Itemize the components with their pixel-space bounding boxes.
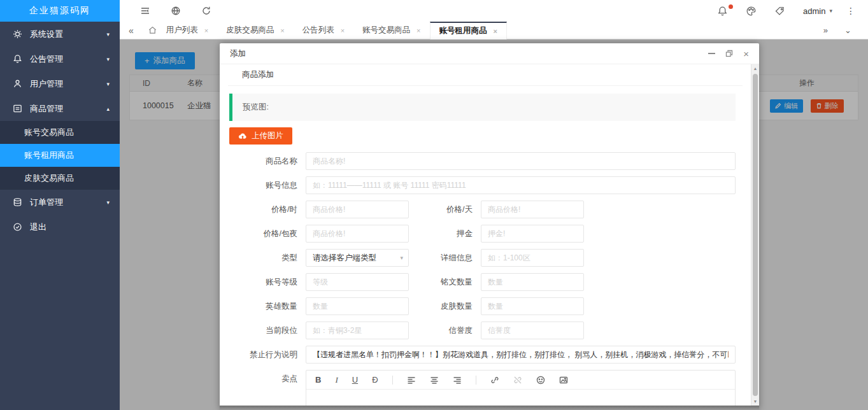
sidebar-item-announcements[interactable]: 公告管理 ▾: [0, 46, 120, 71]
tab-skin-trade[interactable]: 皮肤交易商品 ×: [217, 22, 293, 39]
tab-account-trade[interactable]: 账号交易商品 ×: [353, 22, 429, 39]
sidebar-item-logout[interactable]: 退出: [0, 215, 120, 239]
close-icon[interactable]: ×: [743, 48, 749, 59]
app-window: 企业猫源码网 系统设置 ▾ 公告管理 ▾ 用户管理 ▾: [0, 0, 868, 410]
close-icon[interactable]: ×: [416, 27, 420, 34]
align-left-icon[interactable]: [407, 374, 416, 386]
scroll-up-icon[interactable]: ▲: [751, 66, 759, 71]
field-label: 价格/包夜: [220, 225, 297, 243]
tab-announcement-list[interactable]: 公告列表 ×: [294, 22, 353, 39]
globe-icon[interactable]: [171, 6, 181, 16]
price-hour-input[interactable]: [306, 201, 409, 218]
editor-content-area[interactable]: [306, 390, 735, 406]
tag-icon[interactable]: [774, 6, 785, 17]
tabs-scroll-right-icon[interactable]: »: [823, 25, 828, 35]
field-label: 英雄数量: [220, 297, 297, 315]
sidebar-item-system-settings[interactable]: 系统设置 ▾: [0, 22, 120, 46]
sidebar-item-label: 公告管理: [30, 53, 63, 65]
chevron-down-icon: ▾: [400, 250, 403, 266]
client-type-select[interactable]: 请选择客户端类型 ▾: [306, 249, 409, 267]
toolbar-divider: [392, 376, 393, 385]
price-day-input[interactable]: [481, 201, 584, 218]
underline-icon[interactable]: U: [352, 374, 358, 386]
tab-account-rent[interactable]: 账号租用商品 ×: [430, 22, 507, 39]
theme-palette-icon[interactable]: [746, 6, 757, 17]
tabs-menu-icon[interactable]: ⌄: [844, 25, 851, 35]
scrollbar-thumb[interactable]: [753, 74, 758, 396]
sidebar-subitem-account-rent[interactable]: 账号租用商品: [0, 144, 120, 167]
upload-label: 上传图片: [252, 131, 283, 141]
tab-label: 用户列表: [166, 25, 198, 36]
link-icon[interactable]: [490, 374, 499, 386]
home-tab-icon[interactable]: [148, 25, 157, 35]
refresh-icon[interactable]: [201, 6, 211, 16]
inscription-count-input[interactable]: [481, 273, 584, 291]
admin-dropdown[interactable]: admin ▾: [803, 6, 832, 16]
horizontal-scrollbar[interactable]: [220, 406, 759, 410]
product-form: 商品名称 账号信息 价格/时 价格/天 价格/包夜 押金: [220, 152, 751, 406]
close-icon[interactable]: ×: [494, 27, 497, 35]
product-name-input[interactable]: [306, 152, 736, 170]
field-label: 类型: [220, 249, 297, 267]
box-list-icon: [13, 104, 22, 113]
account-info-input[interactable]: [306, 176, 736, 194]
minimize-icon[interactable]: [708, 48, 715, 59]
detail-info-input[interactable]: [481, 249, 584, 267]
upload-image-button[interactable]: 上传图片: [229, 127, 292, 145]
form-row: 价格/包夜 押金: [220, 225, 751, 243]
chevron-down-icon: ▾: [106, 56, 110, 62]
header-right: admin ▾ ⋮: [717, 6, 868, 17]
form-row: 卖点 B I U Đ: [220, 370, 751, 406]
sidebar-item-products[interactable]: 商品管理 ▴: [0, 96, 120, 121]
hero-count-input[interactable]: [306, 297, 409, 315]
form-row: 英雄数量 皮肤数量: [220, 297, 751, 315]
rich-text-editor: B I U Đ: [306, 370, 736, 406]
close-icon[interactable]: ×: [204, 27, 208, 34]
more-menu-icon[interactable]: ⋮: [846, 6, 855, 16]
dialog-scrollbar: ▲ ▼: [751, 64, 759, 406]
sidebar-subitem-label: 账号交易商品: [24, 127, 74, 138]
dialog-title: 添加: [230, 48, 246, 59]
emoji-icon[interactable]: [536, 374, 545, 386]
strikethrough-icon[interactable]: Đ: [372, 374, 378, 386]
scroll-down-icon[interactable]: ▼: [751, 399, 759, 404]
sidebar-item-orders[interactable]: 订单管理 ▾: [0, 190, 120, 215]
sidebar-subitem-account-trade[interactable]: 账号交易商品: [0, 121, 120, 144]
toolbar-divider: [476, 376, 476, 385]
chevron-down-icon: ▾: [829, 8, 832, 14]
current-rank-input[interactable]: [306, 322, 409, 339]
collapse-menu-icon[interactable]: [140, 6, 150, 16]
notification-bell-icon[interactable]: [717, 6, 728, 17]
sidebar-item-label: 商品管理: [30, 103, 63, 115]
account-level-input[interactable]: [306, 273, 409, 291]
skin-count-input[interactable]: [481, 297, 584, 315]
reputation-input[interactable]: [481, 322, 584, 339]
tab-label: 账号租用商品: [439, 25, 487, 36]
sidebar: 企业猫源码网 系统设置 ▾ 公告管理 ▾ 用户管理 ▾: [0, 0, 120, 410]
bold-icon[interactable]: B: [315, 374, 321, 386]
field-label: 账号等级: [220, 273, 297, 291]
sidebar-subitem-label: 皮肤交易商品: [24, 173, 74, 184]
image-icon[interactable]: [559, 374, 568, 386]
deposit-input[interactable]: [481, 225, 584, 243]
forbidden-behavior-input[interactable]: [306, 346, 736, 364]
align-right-icon[interactable]: [453, 374, 462, 386]
close-icon[interactable]: ×: [280, 27, 284, 34]
preview-quote: 预览图:: [229, 94, 736, 121]
notification-dot: [729, 4, 733, 9]
align-center-icon[interactable]: [430, 374, 439, 386]
maximize-icon[interactable]: [725, 48, 733, 59]
price-night-input[interactable]: [306, 225, 409, 243]
chevron-down-icon: ▾: [106, 81, 110, 87]
card-title: 商品添加: [228, 64, 743, 86]
tabs-scroll-left-icon[interactable]: «: [129, 25, 134, 36]
sidebar-item-users[interactable]: 用户管理 ▾: [0, 71, 120, 96]
close-icon[interactable]: ×: [341, 27, 345, 34]
field-label: 详细信息: [409, 249, 473, 267]
tab-user-list[interactable]: 用户列表 ×: [157, 22, 217, 39]
sidebar-subitem-skin-trade[interactable]: 皮肤交易商品: [0, 167, 120, 190]
unlink-icon[interactable]: [513, 374, 522, 386]
field-label: 账号信息: [220, 176, 297, 194]
italic-icon[interactable]: I: [335, 374, 338, 386]
sidebar-subitem-label: 账号租用商品: [24, 150, 74, 161]
